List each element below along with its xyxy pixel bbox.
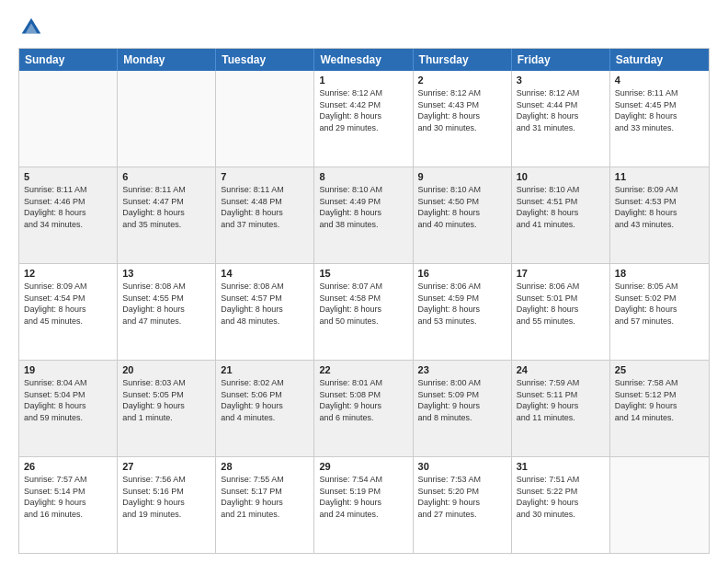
cell-info: Sunrise: 8:02 AMSunset: 5:06 PMDaylight:… [221,377,309,423]
day-number: 8 [319,171,407,182]
day-number: 25 [615,364,704,375]
cell-info: Sunrise: 8:10 AMSunset: 4:50 PMDaylight:… [418,184,506,230]
day-number: 24 [517,364,605,375]
calendar-row-4: 19Sunrise: 8:04 AMSunset: 5:04 PMDayligh… [19,361,709,457]
logo [18,15,48,40]
table-row: 26Sunrise: 7:57 AMSunset: 5:14 PMDayligh… [19,457,118,553]
day-number: 4 [615,75,704,86]
table-row: 30Sunrise: 7:53 AMSunset: 5:20 PMDayligh… [414,457,512,553]
table-row: 18Sunrise: 8:05 AMSunset: 5:02 PMDayligh… [610,264,709,360]
table-row: 23Sunrise: 8:00 AMSunset: 5:09 PMDayligh… [414,361,512,456]
calendar: SundayMondayTuesdayWednesdayThursdayFrid… [18,48,710,554]
table-row: 5Sunrise: 8:11 AMSunset: 4:46 PMDaylight… [19,167,118,263]
cell-info: Sunrise: 8:12 AMSunset: 4:42 PMDaylight:… [319,87,407,133]
cell-info: Sunrise: 7:53 AMSunset: 5:20 PMDaylight:… [418,474,506,520]
day-number: 31 [517,461,605,472]
table-row [118,71,216,167]
calendar-row-2: 5Sunrise: 8:11 AMSunset: 4:46 PMDaylight… [19,167,709,264]
day-number: 6 [122,171,210,182]
day-number: 21 [221,364,309,375]
table-row: 8Sunrise: 8:10 AMSunset: 4:49 PMDaylight… [314,167,413,263]
table-row: 31Sunrise: 7:51 AMSunset: 5:22 PMDayligh… [512,457,610,553]
day-number: 1 [319,75,407,86]
day-number: 19 [24,364,112,375]
cell-info: Sunrise: 7:55 AMSunset: 5:17 PMDaylight:… [221,474,309,520]
cell-info: Sunrise: 7:58 AMSunset: 5:12 PMDaylight:… [615,377,704,423]
day-number: 27 [122,461,210,472]
cell-info: Sunrise: 8:00 AMSunset: 5:09 PMDaylight:… [418,377,506,423]
table-row: 7Sunrise: 8:11 AMSunset: 4:48 PMDaylight… [216,167,314,263]
cell-info: Sunrise: 8:11 AMSunset: 4:46 PMDaylight:… [24,184,112,230]
table-row [216,71,314,167]
cell-info: Sunrise: 8:06 AMSunset: 5:01 PMDaylight:… [517,281,605,327]
day-number: 2 [418,75,506,86]
table-row: 9Sunrise: 8:10 AMSunset: 4:50 PMDaylight… [414,167,512,263]
day-number: 5 [24,171,112,182]
table-row: 22Sunrise: 8:01 AMSunset: 5:08 PMDayligh… [314,361,413,456]
table-row: 20Sunrise: 8:03 AMSunset: 5:05 PMDayligh… [118,361,216,456]
cell-info: Sunrise: 8:07 AMSunset: 4:58 PMDaylight:… [319,281,407,327]
day-number: 20 [122,364,210,375]
cell-info: Sunrise: 8:05 AMSunset: 5:02 PMDaylight:… [615,281,704,327]
day-number: 18 [615,268,704,279]
cell-info: Sunrise: 8:03 AMSunset: 5:05 PMDaylight:… [122,377,210,423]
day-number: 23 [418,364,506,375]
day-number: 3 [517,75,605,86]
page: SundayMondayTuesdayWednesdayThursdayFrid… [0,0,728,563]
cell-info: Sunrise: 8:04 AMSunset: 5:04 PMDaylight:… [24,377,112,423]
table-row: 17Sunrise: 8:06 AMSunset: 5:01 PMDayligh… [512,264,610,360]
cell-info: Sunrise: 8:08 AMSunset: 4:55 PMDaylight:… [122,281,210,327]
table-row [610,457,709,553]
cell-info: Sunrise: 8:11 AMSunset: 4:47 PMDaylight:… [122,184,210,230]
cell-info: Sunrise: 8:06 AMSunset: 4:59 PMDaylight:… [418,281,506,327]
table-row: 13Sunrise: 8:08 AMSunset: 4:55 PMDayligh… [118,264,216,360]
day-header-thursday: Thursday [414,49,512,71]
calendar-row-5: 26Sunrise: 7:57 AMSunset: 5:14 PMDayligh… [19,457,709,553]
cell-info: Sunrise: 7:59 AMSunset: 5:11 PMDaylight:… [517,377,605,423]
calendar-header: SundayMondayTuesdayWednesdayThursdayFrid… [19,49,709,71]
table-row: 16Sunrise: 8:06 AMSunset: 4:59 PMDayligh… [414,264,512,360]
cell-info: Sunrise: 8:09 AMSunset: 4:53 PMDaylight:… [615,184,704,230]
cell-info: Sunrise: 8:09 AMSunset: 4:54 PMDaylight:… [24,281,112,327]
table-row [19,71,118,167]
table-row: 10Sunrise: 8:10 AMSunset: 4:51 PMDayligh… [512,167,610,263]
cell-info: Sunrise: 7:54 AMSunset: 5:19 PMDaylight:… [319,474,407,520]
table-row: 11Sunrise: 8:09 AMSunset: 4:53 PMDayligh… [610,167,709,263]
table-row: 15Sunrise: 8:07 AMSunset: 4:58 PMDayligh… [314,264,413,360]
calendar-row-1: 1Sunrise: 8:12 AMSunset: 4:42 PMDaylight… [19,71,709,167]
day-number: 14 [221,268,309,279]
table-row: 12Sunrise: 8:09 AMSunset: 4:54 PMDayligh… [19,264,118,360]
cell-info: Sunrise: 7:56 AMSunset: 5:16 PMDaylight:… [122,474,210,520]
day-number: 16 [418,268,506,279]
day-number: 10 [517,171,605,182]
day-header-friday: Friday [512,49,610,71]
table-row: 19Sunrise: 8:04 AMSunset: 5:04 PMDayligh… [19,361,118,456]
cell-info: Sunrise: 8:12 AMSunset: 4:44 PMDaylight:… [517,87,605,133]
day-number: 12 [24,268,112,279]
cell-info: Sunrise: 8:11 AMSunset: 4:48 PMDaylight:… [221,184,309,230]
header [18,15,710,40]
table-row: 14Sunrise: 8:08 AMSunset: 4:57 PMDayligh… [216,264,314,360]
table-row: 2Sunrise: 8:12 AMSunset: 4:43 PMDaylight… [414,71,512,167]
cell-info: Sunrise: 8:11 AMSunset: 4:45 PMDaylight:… [615,87,704,133]
cell-info: Sunrise: 8:01 AMSunset: 5:08 PMDaylight:… [319,377,407,423]
table-row: 21Sunrise: 8:02 AMSunset: 5:06 PMDayligh… [216,361,314,456]
day-number: 7 [221,171,309,182]
calendar-row-3: 12Sunrise: 8:09 AMSunset: 4:54 PMDayligh… [19,264,709,361]
table-row: 25Sunrise: 7:58 AMSunset: 5:12 PMDayligh… [610,361,709,456]
cell-info: Sunrise: 8:10 AMSunset: 4:49 PMDaylight:… [319,184,407,230]
table-row: 27Sunrise: 7:56 AMSunset: 5:16 PMDayligh… [118,457,216,553]
calendar-body: 1Sunrise: 8:12 AMSunset: 4:42 PMDaylight… [19,71,709,553]
day-header-saturday: Saturday [610,49,709,71]
cell-info: Sunrise: 7:57 AMSunset: 5:14 PMDaylight:… [24,474,112,520]
day-number: 26 [24,461,112,472]
table-row: 6Sunrise: 8:11 AMSunset: 4:47 PMDaylight… [118,167,216,263]
cell-info: Sunrise: 8:12 AMSunset: 4:43 PMDaylight:… [418,87,506,133]
cell-info: Sunrise: 8:08 AMSunset: 4:57 PMDaylight:… [221,281,309,327]
table-row: 28Sunrise: 7:55 AMSunset: 5:17 PMDayligh… [216,457,314,553]
day-header-sunday: Sunday [19,49,118,71]
day-number: 13 [122,268,210,279]
day-header-tuesday: Tuesday [216,49,314,71]
day-number: 11 [615,171,704,182]
day-number: 28 [221,461,309,472]
